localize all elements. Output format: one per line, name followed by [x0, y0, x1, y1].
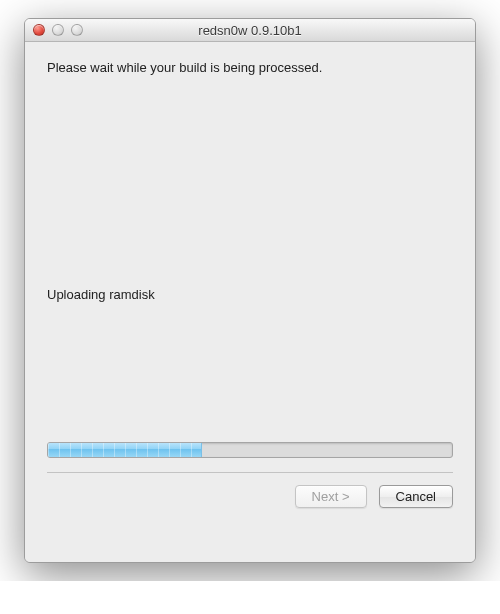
- progress-bar: [47, 442, 453, 458]
- button-row: Next > Cancel: [47, 485, 453, 508]
- close-icon[interactable]: [33, 24, 45, 36]
- window-title: redsn0w 0.9.10b1: [25, 23, 475, 38]
- next-button: Next >: [295, 485, 367, 508]
- titlebar: redsn0w 0.9.10b1: [25, 19, 475, 42]
- app-window: redsn0w 0.9.10b1 Please wait while your …: [24, 18, 476, 563]
- instruction-text: Please wait while your build is being pr…: [47, 60, 453, 75]
- zoom-icon[interactable]: [71, 24, 83, 36]
- divider: [47, 472, 453, 473]
- content-area: Please wait while your build is being pr…: [25, 42, 475, 562]
- minimize-icon[interactable]: [52, 24, 64, 36]
- status-text: Uploading ramdisk: [47, 287, 453, 302]
- window-controls: [33, 24, 83, 36]
- progress-fill: [48, 443, 202, 457]
- cancel-button[interactable]: Cancel: [379, 485, 453, 508]
